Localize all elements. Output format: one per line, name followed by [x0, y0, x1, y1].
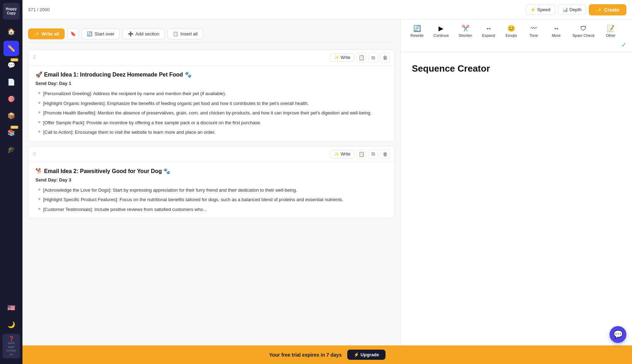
write-all-icon: ✨ [34, 31, 39, 37]
rewrite-label: Rewrite [410, 33, 423, 38]
send-day-value-2: Day 3 [59, 177, 71, 183]
need-help-text: Need help?Contact us [5, 342, 18, 356]
bullet-dot [38, 111, 40, 113]
expand-label: Expand [482, 33, 495, 38]
top-bar: 371 / 2000 ⚡ Speed 📊 Depth ✨ Create [22, 0, 632, 20]
delete-icon-1[interactable]: 🗑 [380, 53, 390, 62]
list-item: [Call to Action]: Encourage them to visi… [38, 129, 387, 136]
sidebar-item-products[interactable]: 📦 [4, 108, 19, 124]
tone-icon: 〰 [531, 25, 537, 32]
expand-button[interactable]: ↔ Expand [478, 23, 499, 40]
upgrade-button[interactable]: ⚡ Upgrade [347, 350, 385, 360]
section-content-1: 🚀 Email Idea 1: Introducing Deez Homemad… [28, 66, 394, 141]
add-section-button[interactable]: ➕ Add section [123, 28, 165, 39]
list-item: [Offer Sample Pack]: Provide an incentiv… [38, 119, 387, 126]
drag-handle-2[interactable]: ⠿ [33, 151, 36, 157]
write-all-label: Write all [41, 31, 59, 37]
list-item: [Highlight Specific Product Features]: F… [38, 196, 387, 203]
bullet-dot [38, 121, 40, 123]
add-section-label: Add section [136, 31, 159, 37]
new-badge-library: NEW [11, 126, 18, 129]
more-icon: ↔️ [553, 25, 559, 32]
speed-icon: ⚡ [530, 7, 536, 12]
spam-check-button[interactable]: 🛡 Spam Check [568, 23, 599, 40]
sidebar-item-documents[interactable]: 📄 [4, 74, 19, 90]
spam-check-icon: 🛡 [580, 25, 587, 32]
depth-button[interactable]: 📊 Depth [558, 5, 586, 15]
upgrade-label: ⚡ Upgrade [354, 352, 379, 357]
write-label-1: Write [341, 55, 350, 60]
continue-button[interactable]: ▶ Continue [429, 22, 453, 40]
speed-button[interactable]: ⚡ Speed [526, 5, 555, 15]
copy-icon-1[interactable]: 📋 [356, 53, 366, 62]
send-day-label-1: Send Day: [35, 81, 59, 86]
send-day-2: Send Day: Day 3 [35, 177, 387, 183]
emojis-button[interactable]: 😊 Emojis [501, 22, 522, 40]
sidebar-item-editor[interactable]: ✏️ [4, 41, 19, 56]
list-item: [Highlight Organic Ingredients]: Emphasi… [38, 100, 387, 107]
bookmark-button[interactable]: 🔖 [67, 28, 79, 39]
bookmark-icon: 🔖 [70, 31, 76, 37]
app-logo[interactable]: Hoppy Copy [3, 3, 20, 20]
bullet-list-2: [Acknowledge the Love for Dogs]: Start b… [35, 187, 387, 213]
add-section-icon: ➕ [128, 31, 133, 37]
insert-all-button[interactable]: 📋 Insert all [167, 28, 203, 39]
section-actions-2: ✨ Write 📋 ⧉ 🗑 [330, 149, 390, 159]
rewrite-button[interactable]: 🔄 Rewrite [406, 22, 428, 40]
sidebar-item-darkmode[interactable]: 🌙 [4, 317, 19, 332]
start-over-label: Start over [94, 31, 114, 37]
section-toolbar-1: ⠿ ✨ Write 📋 ⧉ 🗑 [28, 50, 394, 66]
send-day-value-1: Day 1 [59, 81, 71, 86]
send-day-label-2: Send Day: [35, 177, 59, 183]
sidebar-item-chat[interactable]: 💬 NEW [4, 58, 19, 73]
top-bar-actions: ⚡ Speed 📊 Depth ✨ Create [526, 4, 626, 15]
rewrite-icon: 🔄 [413, 25, 421, 32]
chat-bubble[interactable]: 💬 [610, 326, 626, 343]
tone-button[interactable]: 〰 Tone [523, 23, 544, 40]
email-section-2: ⠿ ✨ Write 📋 ⧉ 🗑 🐕 Email Idea 2: Pawsitiv… [28, 146, 395, 219]
section-toolbar-2: ⠿ ✨ Write 📋 ⧉ 🗑 [28, 146, 394, 162]
bullet-dot [38, 188, 40, 191]
right-panel: 🔄 Rewrite ▶ Continue ✂️ Shorten ↔ Expand… [400, 20, 632, 364]
sidebar-item-home[interactable]: 🏠 [4, 24, 19, 39]
drag-handle-1[interactable]: ⠿ [33, 55, 36, 60]
depth-icon: 📊 [562, 7, 568, 12]
start-over-button[interactable]: 🔄 Start over [81, 28, 119, 39]
speed-label: Speed [537, 7, 551, 12]
other-button[interactable]: 📝 Other [600, 22, 621, 40]
content-area: ✨ Write all 🔖 🔄 Start over ➕ Add section… [22, 20, 632, 364]
new-badge: NEW [11, 58, 18, 61]
sidebar-item-academy[interactable]: 🎓 [4, 142, 19, 157]
continue-icon: ▶ [439, 25, 443, 32]
more-label: More [552, 33, 561, 38]
duplicate-icon-2[interactable]: ⧉ [368, 149, 378, 159]
trial-text: Your free trial expires in 7 days [269, 352, 342, 358]
write-all-button[interactable]: ✨ Write all [28, 28, 65, 39]
copy-icon-2[interactable]: 📋 [356, 149, 366, 159]
write-button-2[interactable]: ✨ Write [330, 150, 354, 158]
logo-text: Hoppy Copy [6, 7, 17, 15]
sidebar-item-flag[interactable]: 🇺🇸 [4, 300, 19, 316]
email-section-1: ⠿ ✨ Write 📋 ⧉ 🗑 🚀 Email Idea 1: Introduc… [28, 49, 395, 142]
duplicate-icon-1[interactable]: ⧉ [368, 53, 378, 62]
write-button-1[interactable]: ✨ Write [330, 53, 354, 62]
action-bar: ✨ Write all 🔖 🔄 Start over ➕ Add section… [28, 25, 395, 42]
check-icon: ✓ [621, 41, 626, 49]
list-item: [Personalized Greeting]: Address the rec… [38, 90, 387, 97]
trial-banner: Your free trial expires in 7 days ⚡ Upgr… [22, 345, 632, 364]
more-button[interactable]: ↔️ More [546, 23, 567, 40]
create-button[interactable]: ✨ Create [589, 4, 626, 15]
shorten-button[interactable]: ✂️ Shorten [454, 22, 476, 40]
create-label: Create [604, 7, 619, 13]
emojis-label: Emojis [506, 33, 517, 38]
shorten-label: Shorten [459, 33, 472, 38]
need-help-contact[interactable]: ❓ Need help?Contact us [2, 334, 20, 358]
depth-label: Depth [570, 7, 582, 12]
sidebar-nav: 🏠 ✏️ 💬 NEW 📄 🎯 📦 📚 NEW 🎓 [4, 24, 19, 300]
expand-icon: ↔ [486, 25, 492, 32]
tone-label: Tone [529, 33, 538, 38]
sidebar-item-library[interactable]: 📚 NEW [4, 125, 19, 140]
sidebar-item-campaigns[interactable]: 🎯 [4, 91, 19, 107]
bullet-dot [38, 92, 40, 94]
delete-icon-2[interactable]: 🗑 [380, 149, 390, 159]
